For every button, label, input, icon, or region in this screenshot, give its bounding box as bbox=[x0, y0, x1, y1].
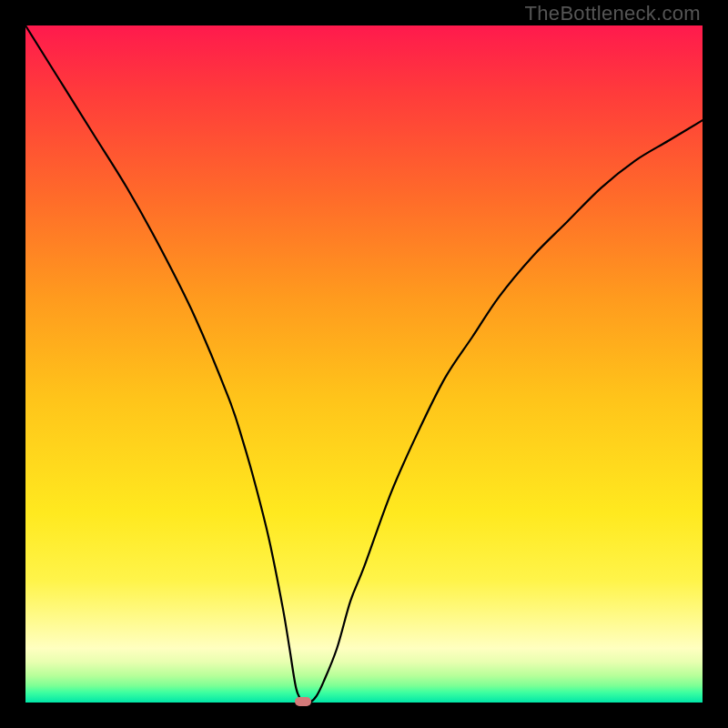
chart-frame: TheBottleneck.com bbox=[0, 0, 728, 728]
bottleneck-curve bbox=[25, 25, 703, 703]
watermark-text: TheBottleneck.com bbox=[525, 2, 701, 25]
curve-layer bbox=[25, 25, 703, 703]
bottleneck-marker bbox=[295, 697, 311, 706]
plot-gradient-area bbox=[25, 25, 703, 703]
